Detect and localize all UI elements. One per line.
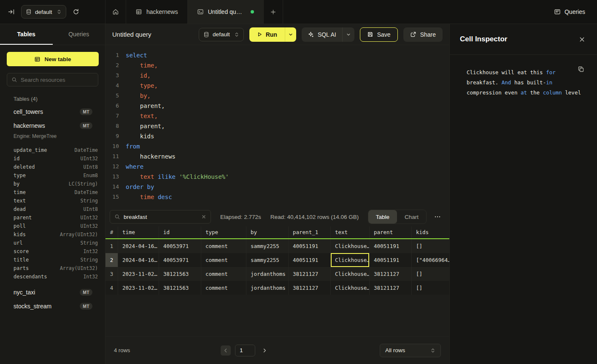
column-item[interactable]: kidsArray(UInt32) [0, 230, 105, 239]
table-cell[interactable]: 2024-04-16… [118, 253, 159, 267]
column-item[interactable]: pollUInt32 [0, 222, 105, 230]
column-item[interactable]: scoreInt32 [0, 247, 105, 256]
sidebar-table-stocks-stream[interactable]: stocks_stream MT [0, 299, 105, 313]
table-row[interactable]: 22024-04-16…40053971commentsammy22554005… [105, 253, 449, 267]
column-item[interactable]: deadUInt8 [0, 205, 105, 213]
table-cell[interactable]: jordanthoms [246, 281, 289, 295]
close-inspector-button[interactable] [576, 33, 588, 45]
more-options-button[interactable] [432, 212, 443, 222]
table-cell[interactable]: sammy2255 [246, 239, 289, 253]
share-button[interactable]: Share [403, 27, 443, 42]
sql-ai-button[interactable]: SQL AI [302, 27, 343, 42]
topbar-database-selector[interactable]: default [21, 5, 66, 19]
row-number[interactable]: 2 [105, 253, 118, 267]
table-cell[interactable]: 38121563 [159, 267, 201, 281]
code-line[interactable]: 4 type, [109, 81, 449, 91]
table-cell[interactable]: comment [201, 253, 246, 267]
code-line[interactable]: 14order by [109, 182, 449, 192]
column-header[interactable]: type [201, 226, 246, 238]
results-search-input[interactable] [124, 214, 198, 220]
page-number-input[interactable] [235, 345, 255, 356]
table-cell[interactable]: 38121127 [289, 267, 331, 281]
column-item[interactable]: partsArray(UInt32) [0, 264, 105, 272]
table-cell[interactable]: 38121127 [370, 267, 412, 281]
code-line[interactable]: 15 time desc [109, 192, 449, 202]
table-cell[interactable]: 38121563 [159, 281, 201, 295]
collapse-sidebar-button[interactable] [5, 5, 18, 18]
table-cell[interactable]: jordanthoms [246, 267, 289, 281]
code-line[interactable]: 13 text ilike '%ClickHouse%' [109, 172, 449, 182]
column-header[interactable]: parent [370, 226, 412, 238]
table-cell[interactable]: [] [412, 267, 449, 281]
column-item[interactable]: byLC(String) [0, 180, 105, 188]
code-line[interactable]: 8 parent, [109, 121, 449, 131]
table-cell[interactable]: Clickhouse… [331, 281, 370, 295]
code-line[interactable]: 5 by, [109, 91, 449, 101]
sql-ai-options-button[interactable] [343, 27, 354, 42]
sidebar-table-hackernews[interactable]: hackernews MT [0, 119, 105, 132]
copy-cell-button[interactable] [578, 66, 584, 73]
table-cell[interactable]: 40053971 [159, 239, 201, 253]
new-tab-button[interactable] [264, 0, 283, 24]
table-cell[interactable]: sammy2255 [246, 253, 289, 267]
table-cell[interactable]: 40051191 [289, 253, 331, 267]
view-chart-button[interactable]: Chart [397, 210, 426, 224]
column-item[interactable]: descendantsInt32 [0, 272, 105, 281]
column-header[interactable]: id [159, 226, 201, 238]
code-line[interactable]: 9 kids [109, 131, 449, 141]
column-item[interactable]: urlString [0, 239, 105, 247]
code-line[interactable]: 1select [109, 50, 449, 60]
table-cell[interactable]: [] [412, 239, 449, 253]
clear-search-button[interactable] [201, 214, 206, 219]
tab-home[interactable] [105, 0, 126, 24]
queries-button[interactable]: Queries [554, 8, 585, 15]
table-cell[interactable]: 40051191 [370, 239, 412, 253]
save-button[interactable]: Save [360, 27, 398, 42]
table-cell[interactable]: Clickhouse… [331, 253, 370, 267]
code-line[interactable]: 12where [109, 162, 449, 172]
column-header[interactable]: # [105, 226, 118, 238]
table-cell[interactable]: 40051191 [289, 239, 331, 253]
code-line[interactable]: 7 text, [109, 111, 449, 121]
code-line[interactable]: 10from [109, 141, 449, 151]
table-cell[interactable]: 2023-11-02… [118, 281, 159, 295]
column-item[interactable]: titleString [0, 256, 105, 264]
tab-hackernews[interactable]: hackernews [126, 0, 188, 24]
code-line[interactable]: 11 hackernews [109, 151, 449, 162]
column-header[interactable]: by [246, 226, 289, 238]
query-database-selector[interactable]: default [199, 28, 244, 41]
sidebar-tab-tables[interactable]: Tables [0, 24, 53, 45]
table-cell[interactable]: comment [201, 239, 246, 253]
code-line[interactable]: 3 id, [109, 70, 449, 81]
table-cell[interactable]: Clickhouse… [331, 239, 370, 253]
table-cell[interactable]: 38121127 [289, 281, 331, 295]
table-cell[interactable]: 38121127 [370, 281, 412, 295]
search-resources-input[interactable] [21, 77, 94, 83]
table-cell[interactable]: 2023-11-02… [118, 267, 159, 281]
view-table-button[interactable]: Table [368, 210, 397, 224]
run-button[interactable]: Run [249, 27, 285, 42]
sidebar-tab-queries[interactable]: Queries [53, 24, 105, 45]
row-number[interactable]: 3 [105, 267, 118, 281]
column-item[interactable]: typeEnum8 [0, 171, 105, 180]
column-header[interactable]: time [118, 226, 159, 238]
row-number[interactable]: 4 [105, 281, 118, 295]
column-item[interactable]: parentUInt32 [0, 213, 105, 222]
code-line[interactable]: 2 time, [109, 60, 449, 70]
column-header[interactable]: text [331, 226, 370, 238]
row-number[interactable]: 1 [105, 239, 118, 253]
column-item[interactable]: timeDateTime [0, 188, 105, 197]
table-cell[interactable]: Clickhouse… [331, 267, 370, 281]
column-item[interactable]: deletedUInt8 [0, 163, 105, 171]
prev-page-button[interactable] [221, 345, 231, 356]
column-item[interactable]: textString [0, 197, 105, 205]
table-cell[interactable]: ["40066964… [412, 253, 449, 267]
new-table-button[interactable]: New table [7, 52, 99, 66]
column-item[interactable]: idUInt32 [0, 154, 105, 163]
table-cell[interactable]: 2024-04-16… [118, 239, 159, 253]
page-size-selector[interactable]: All rows [380, 344, 441, 357]
table-cell[interactable]: [] [412, 281, 449, 295]
table-row[interactable]: 42023-11-02…38121563commentjordanthoms38… [105, 281, 449, 295]
table-cell[interactable]: comment [201, 267, 246, 281]
table-cell[interactable]: comment [201, 281, 246, 295]
